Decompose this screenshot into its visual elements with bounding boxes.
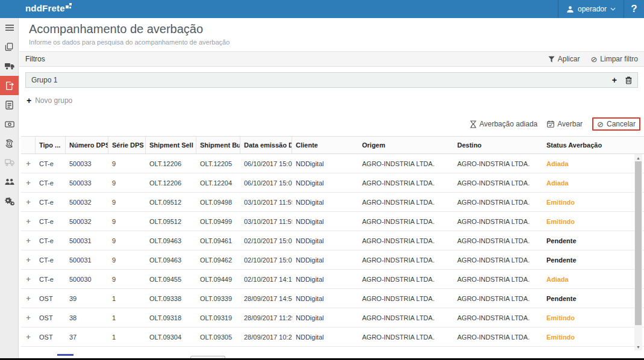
cell-numero-dps: 37 (66, 334, 108, 341)
cell-shipment-buy: OLT.12204 (196, 179, 240, 187)
settings-gears-icon (5, 197, 14, 205)
column-header-cliente[interactable]: Cliente (292, 137, 358, 154)
cell-destino: AGRO-INDSTRIA LTDA. (454, 295, 543, 302)
add-filter-icon[interactable]: + (612, 76, 617, 84)
sidebar-item-freight[interactable] (0, 57, 19, 76)
expand-row-icon[interactable]: + (21, 159, 36, 168)
expand-row-icon[interactable]: + (21, 197, 36, 206)
cell-shipment-buy: OLT.09339 (196, 295, 240, 302)
topbar-spacer (72, 0, 558, 18)
table-row[interactable]: + CT-e 500032 9 OLT.09512 OLT.09499 03/1… (21, 212, 644, 231)
user-label: operador (578, 5, 607, 13)
new-group-button[interactable]: + Novo grupo (27, 96, 72, 105)
sidebar-item-payments[interactable] (0, 114, 19, 134)
cell-tipo: CT-e (36, 276, 66, 283)
table-row[interactable]: + CT-e 500030 9 OLT.09455 OLT.09449 02/1… (21, 270, 644, 289)
cell-status: Pendente (543, 256, 633, 264)
cell-cliente: NDDigital (292, 218, 358, 225)
cell-serie-dps: 1 (108, 334, 146, 341)
expand-row-icon[interactable]: + (21, 178, 36, 187)
cell-origem: AGRO-INDSTRIA LTDA. (358, 314, 454, 321)
table-row[interactable]: + CT-e 500033 9 OLT.12206 OLT.12204 06/1… (21, 173, 644, 193)
sidebar-item-document[interactable] (0, 95, 19, 114)
cell-cliente: NDDigital (292, 295, 358, 302)
expand-row-icon[interactable]: + (21, 217, 36, 226)
cell-serie-dps: 9 (108, 256, 146, 264)
table-row[interactable]: + OST 38 1 OLT.09318 OLT.09319 28/09/201… (21, 308, 644, 327)
cell-shipment-sell: OLT.09463 (146, 256, 196, 264)
expand-row-icon[interactable]: + (21, 236, 36, 245)
table-row[interactable]: + OST 37 1 OLT.09304 OLT.09305 28/09/201… (21, 327, 644, 347)
column-header-data-emissao[interactable]: Data emissão DPS (240, 137, 292, 154)
cell-shipment-buy: OLT.09319 (196, 314, 240, 321)
expand-row-icon[interactable]: + (21, 294, 36, 303)
calendar-icon (547, 120, 554, 128)
cell-shipment-buy: OLT.09498 (196, 199, 240, 206)
table-row[interactable]: + CT-e 500032 9 OLT.09512 OLT.09498 03/1… (21, 193, 644, 212)
sidebar-item-settings[interactable] (0, 191, 19, 211)
expand-row-icon[interactable]: + (21, 275, 36, 284)
column-header-origem[interactable]: Origem (358, 137, 454, 154)
expand-row-icon[interactable]: + (21, 255, 36, 264)
averbacao-table: Tipo ... Número DPS Série DPS Shipment S… (21, 136, 644, 347)
sidebar-item-menu[interactable] (0, 18, 19, 37)
table-row[interactable]: + OST 39 1 OLT.09338 OLT.09339 28/09/201… (21, 289, 644, 308)
filter-group-panel[interactable]: Grupo 1 + (25, 72, 638, 88)
user-menu[interactable]: operador (558, 0, 624, 18)
grid-actions-row: Averbação adiada Averbar ⊘ Cancelar (470, 117, 640, 131)
cell-shipment-buy: OLT.09461 (196, 237, 240, 244)
cell-destino: AGRO-INDSTRIA LTDA. (454, 160, 543, 167)
sidebar-item-documents[interactable] (0, 37, 19, 57)
column-header-destino[interactable]: Destino (454, 137, 543, 154)
scrollbar-track[interactable] (634, 161, 642, 343)
expand-row-icon[interactable]: + (21, 313, 36, 322)
table-header-row: Tipo ... Número DPS Série DPS Shipment S… (21, 136, 644, 154)
table-row[interactable]: + CT-e 500031 9 OLT.09463 OLT.09462 02/1… (21, 250, 644, 270)
help-button[interactable]: ? (624, 0, 644, 18)
pagination-active-indicator[interactable] (57, 354, 73, 356)
expand-row-icon[interactable]: + (21, 332, 36, 341)
scrollbar-thumb[interactable] (635, 161, 642, 325)
cell-serie-dps: 9 (108, 160, 146, 167)
table-row[interactable]: + CT-e 500031 9 OLT.09463 OLT.09461 02/1… (21, 231, 644, 250)
sidebar-item-averbacao[interactable] (0, 76, 19, 95)
column-header-serie-dps[interactable]: Série DPS (108, 137, 146, 154)
cell-tipo: CT-e (36, 237, 66, 244)
cancel-button[interactable]: ⊘ Cancelar (592, 117, 640, 131)
apply-filter-button[interactable]: Aplicar (548, 55, 580, 63)
clear-filter-button[interactable]: ⊘ Limpar filtro (590, 55, 638, 63)
sidebar-item-delivery[interactable] (0, 153, 19, 172)
sidebar-item-money-exchange[interactable] (0, 134, 19, 153)
cell-destino: AGRO-INDSTRIA LTDA. (454, 218, 543, 225)
endorse-button[interactable]: Averbar (547, 120, 583, 128)
plus-icon: + (27, 96, 31, 105)
vertical-scrollbar[interactable]: ▲ ▼ (634, 154, 642, 350)
postpone-endorsement-label: Averbação adiada (480, 120, 538, 128)
sidebar-item-users[interactable] (0, 172, 19, 191)
cell-cliente: NDDigital (292, 276, 358, 283)
top-bar: nddFrete operador ? (0, 0, 644, 18)
cell-tipo: OST (36, 314, 66, 321)
column-header-shipment-sell[interactable]: Shipment Sell (146, 137, 196, 154)
filters-title: Filtros (25, 55, 45, 63)
banknote-icon (5, 121, 14, 128)
cell-data-emissao: 28/09/2017 10:23 (240, 334, 292, 341)
delete-group-button[interactable] (625, 76, 632, 84)
new-group-label: Novo grupo (35, 96, 72, 105)
cell-data-emissao: 03/10/2017 11:59 (240, 218, 292, 225)
scroll-down-icon[interactable]: ▼ (634, 343, 642, 350)
postpone-endorsement-button[interactable]: Averbação adiada (470, 120, 538, 128)
cell-shipment-sell: OLT.09512 (146, 218, 196, 225)
users-icon (5, 178, 14, 185)
cell-numero-dps: 38 (66, 314, 108, 321)
cell-numero-dps: 500030 (66, 276, 108, 283)
column-header-status[interactable]: Status Averbação (543, 137, 633, 154)
table-row[interactable]: + CT-e 500033 9 OLT.12206 OLT.12205 06/1… (21, 154, 644, 173)
column-header-tipo[interactable]: Tipo ... (36, 137, 66, 154)
column-header-shipment-buy[interactable]: Shipment Buy (196, 137, 240, 154)
scroll-up-icon[interactable]: ▲ (634, 154, 642, 161)
cell-destino: AGRO-INDSTRIA LTDA. (454, 256, 543, 264)
column-header-numero-dps[interactable]: Número DPS (66, 137, 108, 154)
cell-tipo: OST (36, 334, 66, 341)
document-icon (5, 101, 13, 110)
